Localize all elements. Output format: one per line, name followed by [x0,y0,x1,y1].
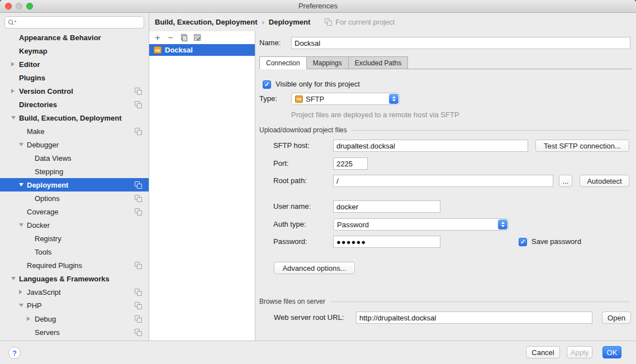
sidebar-item-registry[interactable]: Registry [0,232,149,245]
password-label: Password: [273,236,307,248]
type-label: Type: [259,93,277,105]
sidebar-item-label: Coverage [27,208,58,216]
select-stepper-icon [498,219,507,229]
breadcrumb-parent[interactable]: Build, Execution, Deployment [155,18,257,26]
current-project-icon [135,181,142,189]
tab-excluded-paths[interactable]: Excluded Paths [349,56,408,69]
name-input[interactable] [291,37,630,49]
open-button[interactable]: Open [602,312,631,324]
sidebar-item-plugins[interactable]: Plugins [0,71,149,84]
title-bar: Preferences [0,0,636,13]
sidebar-item-docker[interactable]: Docker [0,218,149,232]
name-label: Name: [259,37,281,49]
chevron-down-icon[interactable] [19,223,23,227]
tab-connection[interactable]: Connection [259,56,307,69]
sidebar-item-label: Make [27,127,45,136]
sidebar-item-debug[interactable]: Debug [0,312,149,325]
deployment-form: Name: ConnectionMappingsExcluded Paths ✓… [255,31,636,341]
chevron-right-icon[interactable] [11,89,15,93]
browse-root-path-button[interactable]: ... [559,175,572,187]
current-project-icon [325,18,332,26]
test-sftp-connection-button[interactable]: Test SFTP connection... [535,140,629,152]
search-input[interactable] [4,16,144,28]
sidebar-item-options[interactable]: Options [0,191,149,205]
sidebar-item-keymap[interactable]: Keymap [0,44,149,58]
sidebar-item-make[interactable]: Make [0,124,149,138]
chevron-down-icon[interactable] [11,116,16,119]
cancel-button[interactable]: Cancel [526,346,560,358]
web-root-input[interactable] [356,312,592,324]
sidebar-item-data-views[interactable]: Data Views [0,151,149,165]
traffic-lights [5,3,33,9]
visible-only-checkbox[interactable]: ✓ [263,80,271,89]
help-button[interactable]: ? [8,347,21,359]
apply-button[interactable]: Apply [567,346,592,358]
chevron-right-icon[interactable] [27,317,30,321]
type-select[interactable]: sftp SFTP [291,93,400,105]
sidebar-item-appearance-behavior[interactable]: Appearance & Behavior [0,31,149,44]
preferences-window: Preferences Appearance & BehaviorKeymapE… [0,0,636,364]
chevron-down-icon[interactable] [19,304,23,307]
sidebar-item-version-control[interactable]: Version Control [0,84,149,98]
sidebar-item-deployment[interactable]: Deployment [0,178,149,191]
use-as-default-icon[interactable] [193,34,201,41]
sidebar-item-required-plugins[interactable]: Required Plugins [0,258,149,272]
scope-indicator: For current project [325,18,395,26]
chevron-right-icon[interactable] [19,290,22,294]
current-project-icon [135,302,142,309]
sidebar-item-label: Version Control [19,87,73,95]
browse-group-title: Browse files on server [259,298,325,305]
scope-label: For current project [335,18,395,26]
copy-icon[interactable] [180,34,187,41]
sidebar-item-label: Build, Execution, Deployment [19,114,121,122]
autodetect-button[interactable]: Autodetect [580,175,629,187]
sidebar-item-tools[interactable]: Tools [0,245,149,258]
save-password-checkbox[interactable]: ✓ [519,238,527,246]
server-list-item[interactable]: sftp Docksal [149,44,255,56]
sidebar-item-build-execution-deployment[interactable]: Build, Execution, Deployment [0,111,149,124]
chevron-right-icon[interactable] [11,62,15,66]
user-name-input[interactable] [333,200,440,213]
root-path-input[interactable] [333,175,553,187]
remove-icon[interactable]: − [167,34,174,42]
chevron-down-icon[interactable] [11,277,16,280]
content-body: + − sftp Docksal Name: ConnectionMapping… [149,31,636,341]
sidebar-item-servers[interactable]: Servers [0,325,149,339]
sidebar-item-directories[interactable]: Directories [0,98,149,111]
sidebar-item-label: Appearance & Behavior [19,33,101,42]
main-area: Appearance & BehaviorKeymapEditorPlugins… [0,13,636,341]
breadcrumb: Build, Execution, Deployment › Deploymen… [149,13,636,31]
sidebar-item-javascript[interactable]: JavaScript [0,285,149,299]
sftp-icon: sftp [154,46,162,54]
sidebar-item-label: JavaScript [27,288,61,296]
chevron-down-icon[interactable] [19,143,23,146]
tab-mappings[interactable]: Mappings [307,56,349,69]
sidebar-item-coverage[interactable]: Coverage [0,205,149,218]
sidebar-item-editor[interactable]: Editor [0,58,149,71]
sidebar-item-php[interactable]: PHP [0,299,149,312]
chevron-down-icon[interactable] [19,183,23,186]
sftp-host-input[interactable] [333,140,528,152]
footer-bar: ? Cancel Apply OK [0,341,636,364]
port-input[interactable] [333,157,368,170]
select-stepper-icon [389,94,398,104]
close-window-icon[interactable] [5,3,12,9]
sidebar-item-debugger[interactable]: Debugger [0,138,149,151]
group-divider [330,301,630,302]
current-project-icon [135,289,142,296]
add-icon[interactable]: + [154,34,161,42]
sidebar-item-stepping[interactable]: Stepping [0,165,149,178]
ok-button[interactable]: OK [602,346,621,358]
server-list-toolbar: + − [149,31,255,44]
auth-type-select[interactable]: Password [333,218,509,231]
sftp-host-label: SFTP host: [273,140,310,152]
sidebar-item-label: Servers [35,328,60,337]
auth-type-label: Auth type: [273,218,306,231]
advanced-options-button[interactable]: Advanced options... [274,262,355,274]
zoom-window-icon[interactable] [26,3,33,9]
password-input[interactable] [333,236,440,248]
sidebar-item-label: Stepping [35,167,63,176]
sidebar-item-label: Options [35,194,60,203]
sidebar-item-languages-frameworks[interactable]: Languages & Frameworks [0,272,149,285]
minimize-window-icon[interactable] [16,3,22,9]
